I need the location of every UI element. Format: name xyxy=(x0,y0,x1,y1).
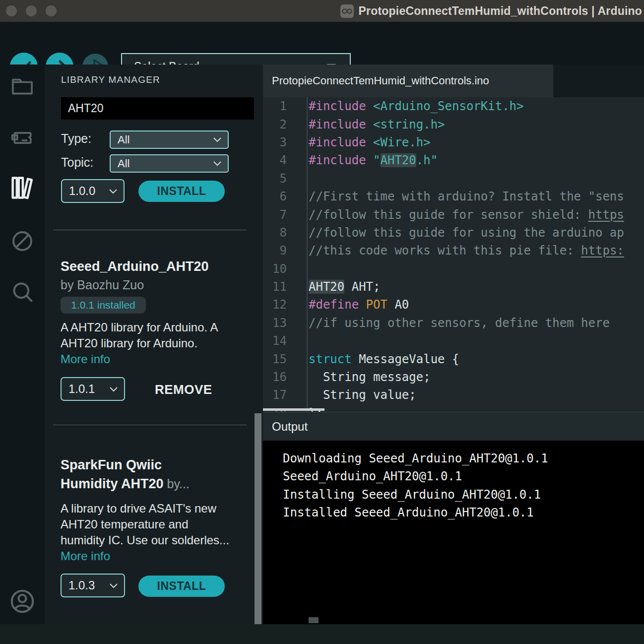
editor-area: ProtopieConnectTemHumid_withControls.ino… xyxy=(263,64,644,412)
library-manager-panel: LIBRARY MANAGER Type: All Topic: All 1.0… xyxy=(45,64,263,624)
window-minimize-button[interactable] xyxy=(26,5,37,16)
code-lines: 1#include <Arduino_SensorKit.h>2#include… xyxy=(263,97,644,412)
installed-badge: 1.0.1 installed xyxy=(61,297,146,314)
arduino-logo-icon xyxy=(340,4,354,18)
chevron-down-icon xyxy=(109,189,118,194)
divider xyxy=(53,230,247,230)
window-close-button[interactable] xyxy=(6,5,17,16)
description-line: AHT20 temperature and xyxy=(61,516,247,532)
output-header: Output xyxy=(263,412,644,441)
more-info-link[interactable]: More info xyxy=(61,352,110,366)
library-card-title: Seeed_Arduino_AHT20 xyxy=(61,259,209,274)
code-line: 3#include <Wire.h> xyxy=(263,133,644,151)
library-search-input[interactable] xyxy=(61,97,254,120)
output-title: Output xyxy=(263,420,308,434)
output-panel: Output Downloading Seeed_Arduino_AHT20@1… xyxy=(263,412,644,624)
code-line: 5 xyxy=(263,170,644,188)
code-line: 7//follow this guide for sensor shield: … xyxy=(263,205,644,223)
code-line: 9//this code works with this pie file: h… xyxy=(263,242,644,259)
output-line: Downloading Seeed_Arduino_AHT20@1.0.1 xyxy=(283,450,644,467)
code-line: 17 String value; xyxy=(263,386,644,404)
description-line: A library to drive ASAIT's new xyxy=(61,501,247,516)
title-text: Humidity AHT20 xyxy=(61,476,164,491)
output-hscrollbar[interactable] xyxy=(309,617,319,623)
type-select[interactable]: All xyxy=(110,130,229,149)
indent-guide xyxy=(307,97,308,412)
output-line: Installing Seeed_Arduino_AHT20@1.0.1 xyxy=(283,486,644,504)
code-line: 14 xyxy=(263,332,644,350)
code-line: 6//First time with arduino? Instatl the … xyxy=(263,188,644,205)
chevron-down-icon xyxy=(109,386,118,392)
output-line: Seeed_Arduino_AHT20@1.0.1 xyxy=(283,467,644,485)
sidebar-item-sketchbook[interactable] xyxy=(0,71,45,101)
library-card-title-line2: Humidity AHT20 by... xyxy=(61,476,190,492)
books-icon xyxy=(8,173,37,202)
code-line: 2#include <string.h> xyxy=(263,115,644,133)
description-line: A AHT20 library for Arduino. A xyxy=(61,320,247,335)
sidebar-item-boards-manager[interactable] xyxy=(0,123,45,153)
library-card-author: by Baozhu Zuo xyxy=(61,278,144,292)
sparkfun-version-value: 1.0.3 xyxy=(62,579,109,592)
more-info-link[interactable]: More info xyxy=(61,549,110,563)
description-line: AHT20 library for Arduino. xyxy=(61,335,247,351)
toolbar: Select Board xyxy=(0,22,644,64)
chevron-down-icon xyxy=(213,161,222,166)
code-line: 16 String message; xyxy=(263,368,644,386)
code-line: 15struct MessageValue { xyxy=(263,350,644,368)
folder-icon xyxy=(9,73,36,100)
type-select-value: All xyxy=(111,133,213,146)
output-lines: Downloading Seeed_Arduino_AHT20@1.0.1See… xyxy=(263,441,644,522)
library-card-description: A AHT20 library for Arduino. A AHT20 lib… xyxy=(61,320,247,351)
code-line: 13//if using other sensors, define them … xyxy=(263,314,644,332)
code-editor[interactable]: 1#include <Arduino_SensorKit.h>2#include… xyxy=(263,97,644,412)
code-line: 1#include <Arduino_SensorKit.h> xyxy=(263,97,644,115)
type-label: Type: xyxy=(61,131,91,146)
tab-label: ProtopieConnectTemHumid_withControls.ino xyxy=(263,74,489,87)
sidebar-item-debug[interactable] xyxy=(0,226,45,256)
sidebar-item-account[interactable] xyxy=(0,586,45,616)
code-line: 10 xyxy=(263,260,644,278)
sidebar-item-search[interactable] xyxy=(0,277,45,307)
status-bar xyxy=(0,624,644,644)
board-icon xyxy=(9,125,36,151)
code-line: 11AHT20 AHT; xyxy=(263,278,644,296)
window-zoom-button[interactable] xyxy=(46,5,57,16)
library-card-title: SparkFun Qwiic xyxy=(61,457,162,473)
circle-slash-icon xyxy=(9,228,35,254)
activity-bar xyxy=(0,64,45,644)
topic-select-value: All xyxy=(111,157,213,170)
chevron-down-icon xyxy=(109,583,118,588)
panel-title: LIBRARY MANAGER xyxy=(61,74,160,85)
remove-button[interactable]: REMOVE xyxy=(155,382,212,397)
chevron-down-icon xyxy=(213,137,222,142)
seeed-version-select[interactable]: 1.0.1 xyxy=(61,377,125,401)
tab-bar: ProtopieConnectTemHumid_withControls.ino xyxy=(263,64,644,97)
library-panel-scrollbar[interactable] xyxy=(255,413,261,624)
output-console: Downloading Seeed_Arduino_AHT20@1.0.1See… xyxy=(263,441,644,624)
seeed-version-value: 1.0.1 xyxy=(62,382,109,396)
topic-select[interactable]: All xyxy=(110,154,229,173)
titlebar: ProtopieConnectTemHumid_withControls | A… xyxy=(0,0,644,22)
window-controls xyxy=(6,5,57,16)
sparkfun-version-select[interactable]: 1.0.3 xyxy=(61,574,125,597)
divider xyxy=(53,425,247,425)
output-line: Installed Seeed_Arduino_AHT20@1.0.1 xyxy=(283,504,644,521)
editor-hscrollbar[interactable] xyxy=(263,408,324,411)
window-title-group: ProtopieConnectTemHumid_withControls | A… xyxy=(340,0,642,22)
library-card-description: A library to drive ASAIT's new AHT20 tem… xyxy=(61,501,247,548)
top-version-select[interactable]: 1.0.0 xyxy=(61,179,125,203)
account-icon xyxy=(8,587,37,616)
code-line: 4#include "AHT20.h" xyxy=(263,151,644,169)
code-line: 12#define POT A0 xyxy=(263,296,644,314)
sidebar-item-library-manager[interactable] xyxy=(0,173,45,202)
topic-label: Topic: xyxy=(61,155,93,170)
code-line: 8//follow this guide for using the ardui… xyxy=(263,224,644,242)
sparkfun-install-button[interactable]: INSTALL xyxy=(138,576,225,597)
arduino-ide-window: ProtopieConnectTemHumid_withControls | A… xyxy=(0,0,644,644)
tab-sketch-file[interactable]: ProtopieConnectTemHumid_withControls.ino xyxy=(263,64,553,97)
description-line: humidity IC. Use our solderles... xyxy=(61,532,247,548)
top-install-button[interactable]: INSTALL xyxy=(138,181,225,202)
top-version-value: 1.0.0 xyxy=(62,184,109,198)
library-card-author: by... xyxy=(164,477,190,491)
window-title: ProtopieConnectTemHumid_withControls | A… xyxy=(359,4,642,18)
